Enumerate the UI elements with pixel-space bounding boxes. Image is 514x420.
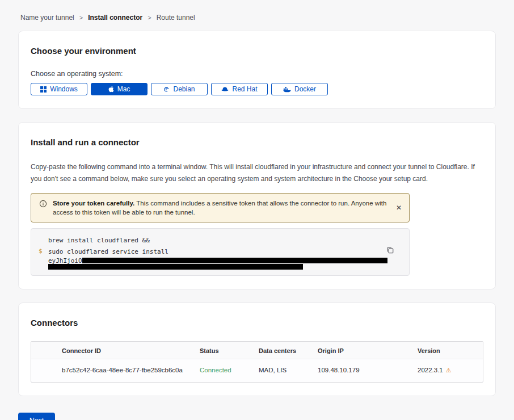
- token-warning-text: Store your token carefully. This command…: [53, 199, 389, 217]
- os-button-label: Red Hat: [232, 85, 257, 93]
- code-line-service-install: sudo cloudflared service install: [48, 246, 384, 258]
- column-header-status: Status: [200, 347, 259, 354]
- breadcrumb-step-install-connector[interactable]: Install connector: [88, 14, 142, 22]
- apple-icon: [108, 86, 114, 93]
- os-button-label: Debian: [173, 85, 195, 93]
- redacted-token-bar: [48, 264, 303, 270]
- data-centers-value: MAD, LIS: [259, 367, 318, 373]
- os-button-label: Docker: [294, 85, 316, 93]
- os-button-docker[interactable]: Docker: [271, 83, 328, 95]
- copy-icon[interactable]: [386, 246, 395, 255]
- debian-swirl-icon: [163, 86, 170, 93]
- breadcrumb-separator: >: [79, 14, 83, 21]
- table-row: b7c52c42-6caa-48ee-8c77-fbe259cb6c0a Con…: [31, 359, 483, 382]
- shell-prompt: $: [39, 247, 43, 255]
- breadcrumb-step-route-tunnel[interactable]: Route tunnel: [157, 14, 195, 22]
- column-header-data-centers: Data centers: [259, 347, 318, 354]
- os-select-label: Choose an operating system:: [31, 70, 483, 78]
- install-description: Copy-paste the following command into a …: [31, 161, 483, 185]
- os-button-debian[interactable]: Debian: [151, 83, 208, 95]
- os-button-mac[interactable]: Mac: [91, 83, 148, 95]
- connectors-table: Connector ID Status Data centers Origin …: [31, 341, 483, 383]
- connectors-table-header: Connector ID Status Data centers Origin …: [31, 342, 483, 359]
- column-header-version: Version: [418, 347, 474, 354]
- os-button-label: Mac: [117, 85, 130, 93]
- info-icon: [39, 200, 47, 210]
- code-line-token-continued: [48, 264, 384, 270]
- version-warning-icon: ⚠: [446, 367, 452, 373]
- version-value: 2022.3.1 ⚠: [418, 367, 474, 373]
- column-header-origin-ip: Origin IP: [318, 347, 418, 354]
- token-warning-bold: Store your token carefully.: [53, 200, 134, 207]
- install-command-code-block: $ brew install cloudflared && sudo cloud…: [31, 228, 410, 276]
- environment-card-title: Choose your environment: [31, 46, 483, 56]
- environment-card: Choose your environment Choose an operat…: [18, 31, 496, 109]
- connectors-card-title: Connectors: [31, 318, 483, 327]
- next-button[interactable]: Next: [18, 413, 55, 420]
- close-icon[interactable]: ✕: [396, 204, 402, 211]
- redhat-hat-icon: [221, 86, 229, 92]
- redacted-token-bar: [82, 258, 387, 263]
- os-button-windows[interactable]: Windows: [31, 83, 87, 95]
- status-badge: Connected: [200, 367, 259, 373]
- footer: Next: [0, 409, 514, 420]
- connectors-card: Connectors Connector ID Status Data cent…: [18, 303, 496, 396]
- os-button-redhat[interactable]: Red Hat: [211, 83, 268, 95]
- breadcrumb-separator: >: [148, 14, 151, 21]
- origin-ip-value: 109.48.10.179: [318, 367, 418, 373]
- code-line-brew: brew install cloudflared &&: [48, 235, 384, 246]
- version-number: 2022.3.1: [418, 367, 443, 373]
- install-card-title: Install and run a connector: [31, 137, 483, 147]
- windows-icon: [40, 86, 47, 93]
- breadcrumb-step-name-tunnel[interactable]: Name your tunnel: [20, 14, 74, 22]
- os-button-label: Windows: [50, 85, 78, 93]
- breadcrumb: Name your tunnel > Install connector > R…: [0, 0, 514, 31]
- install-card: Install and run a connector Copy-paste t…: [18, 122, 496, 289]
- os-button-group: Windows Mac Debian Red Hat Docker: [31, 83, 483, 95]
- docker-whale-icon: [283, 86, 291, 93]
- token-warning-alert: Store your token carefully. This command…: [31, 193, 410, 222]
- connector-id-value: b7c52c42-6caa-48ee-8c77-fbe259cb6c0a: [62, 367, 200, 373]
- code-line-token: eyJhIjoiO: [48, 258, 384, 264]
- column-header-connector-id: Connector ID: [62, 347, 200, 354]
